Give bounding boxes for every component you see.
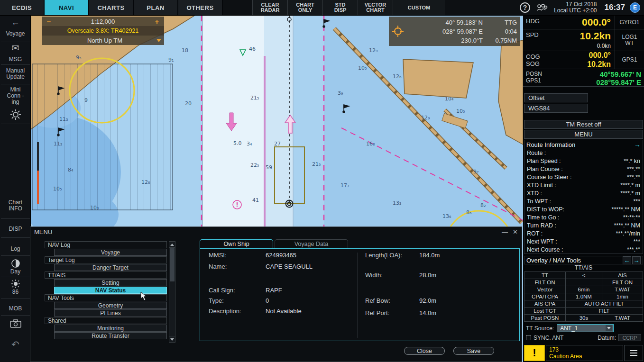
sidebar-item-manual-update[interactable]: Manual Update: [0, 68, 31, 80]
sync-ant-checkbox[interactable]: [526, 335, 531, 340]
depth-sounding: 12₆: [393, 73, 401, 80]
sidebar-item-day[interactable]: Day: [0, 269, 31, 275]
custom-line1: CUSTOM: [408, 5, 430, 10]
datetime-block: 17 Oct 2018 Local UTC +2:00: [554, 1, 597, 14]
overlay-nav-tools-panel: Overlay / NAV Tools ← → TT/AIS TT < AIS …: [524, 256, 643, 341]
route-info-arrow-icon[interactable]: →: [634, 141, 641, 148]
nav-item-voyage[interactable]: Voyage: [54, 249, 167, 256]
help-icon[interactable]: ?: [520, 2, 530, 13]
clock: 16:37: [602, 3, 625, 12]
ttg-label: TTG: [483, 18, 517, 27]
scroll-down-icon[interactable]: [169, 336, 175, 342]
group-icon[interactable]: [535, 2, 549, 13]
back-arrow-icon[interactable]: ←: [0, 19, 31, 26]
tab-others[interactable]: OTHERS: [178, 0, 223, 15]
minimize-icon[interactable]: —: [502, 228, 508, 235]
chart-only-button[interactable]: CHART ONLY: [287, 0, 322, 15]
close-button[interactable]: Close: [404, 347, 445, 355]
ttais-subtab[interactable]: TT/AIS: [524, 264, 643, 272]
offset-button[interactable]: Offset: [524, 93, 588, 102]
depth-sounding: 12₈: [141, 179, 150, 185]
scroll-up-icon[interactable]: [169, 242, 175, 248]
envelope-icon[interactable]: ✉: [0, 45, 31, 51]
nav-category-nav-log[interactable]: NAV Log: [45, 241, 167, 248]
depth-sounding: 11₃: [59, 116, 68, 122]
nav-item-danger-target[interactable]: Danger Target: [54, 264, 167, 271]
nav-category-nav-tools[interactable]: NAV Tools: [45, 294, 167, 301]
nav-item-route-transfer[interactable]: Route Transfer: [54, 332, 167, 339]
zoom-out-button[interactable]: −: [45, 18, 53, 26]
status-badge[interactable]: E: [630, 2, 640, 13]
tab-ecdis[interactable]: ECDIS: [0, 0, 45, 15]
tab-own-ship[interactable]: Own Ship: [200, 239, 273, 248]
tab-plan[interactable]: PLAN: [134, 0, 178, 15]
tt-source-select[interactable]: ANT_1: [557, 324, 614, 332]
tcpa-value-button[interactable]: 1min: [602, 293, 643, 300]
nav-item-pi-lines[interactable]: PI Lines: [54, 309, 167, 317]
route-row: Turn RAD :****.** NM: [524, 221, 643, 229]
sidebar-item-disp[interactable]: DISP: [0, 226, 31, 232]
past-posn-time-button[interactable]: 30s: [566, 315, 602, 321]
sidebar-item-log[interactable]: Log: [0, 246, 31, 252]
datum-label: Datum:: [598, 335, 616, 341]
nav-scrollbar[interactable]: [169, 241, 175, 343]
nav-category-shared[interactable]: Shared: [45, 317, 167, 324]
tm-reset-button[interactable]: TM Reset off: [524, 120, 643, 129]
gear-icon[interactable]: [0, 109, 31, 122]
datum-wgs84-box[interactable]: WGS84: [524, 104, 588, 113]
orientation-selector[interactable]: North Up TM: [42, 36, 164, 45]
nav-item-setting[interactable]: Setting: [54, 279, 167, 286]
zoom-in-button[interactable]: +: [153, 18, 161, 26]
tt-ais-toggle[interactable]: <: [566, 272, 602, 279]
nav-category-target-log[interactable]: Target Log: [45, 256, 167, 263]
alert-list-button[interactable]: [624, 345, 643, 361]
ais-cpa-mode-button[interactable]: AUTO ACT FILT: [566, 300, 643, 307]
route-row-value: ***: [633, 238, 640, 245]
nav-item-nav-status[interactable]: NAV Status: [54, 287, 167, 294]
depth-sounding: 11₂: [54, 141, 62, 147]
clear-radar-button[interactable]: CLEAR RADAR: [252, 0, 287, 15]
scroll-thumb[interactable]: [170, 248, 175, 281]
own-ship-panel: MMSI: 624993465 Name: CAPE SEAGULL Call …: [200, 248, 520, 341]
left-arrow-icon[interactable]: ←: [623, 256, 631, 264]
save-button[interactable]: Save: [453, 347, 494, 355]
tab-navi[interactable]: NAVI: [45, 0, 89, 15]
tab-voyage-data[interactable]: Voyage Data: [275, 239, 348, 248]
sidebar-item-mini-conning[interactable]: Mini Conn -ing: [0, 87, 31, 105]
route-row-value: ***.*°: [627, 174, 640, 181]
alert-text-box[interactable]: 173 Caution Area: [546, 345, 623, 361]
nav-category-tt-ais[interactable]: TT/AIS: [45, 272, 167, 279]
tab-charts[interactable]: CHARTS: [89, 0, 134, 15]
cpa-value-button[interactable]: 1.0NM: [566, 293, 602, 300]
sidebar-item-msg[interactable]: MSG: [0, 56, 31, 63]
vector-time-button[interactable]: 6min: [566, 286, 602, 293]
route-row-label: XTD :: [527, 190, 542, 197]
past-posn-ref-button[interactable]: T.WAT: [602, 315, 643, 321]
warning-icon[interactable]: !: [524, 345, 545, 361]
vector-ref-button[interactable]: T.WAT: [602, 286, 643, 293]
custom-button[interactable]: CUSTOM: [393, 0, 445, 15]
crosshair-icon: [392, 25, 404, 37]
lost-target-filter-button[interactable]: FILT: [566, 308, 643, 314]
vector-chart-button[interactable]: VECTOR CHART: [358, 0, 393, 15]
sidebar-item-mob[interactable]: MOB: [0, 306, 31, 312]
depth-sounding: 10₅: [456, 108, 465, 114]
menu-button[interactable]: MENU: [524, 130, 643, 139]
close-icon[interactable]: ✕: [513, 228, 518, 235]
tt-filter-button[interactable]: FILT ON: [524, 279, 565, 286]
route-row-value: *****.** NM: [612, 206, 640, 213]
sidebar-item-voyage[interactable]: Voyage: [0, 31, 31, 37]
std-disp-button[interactable]: STD DISP: [322, 0, 358, 15]
field-divider: [358, 253, 358, 338]
undo-icon[interactable]: ↶: [0, 342, 31, 348]
depth-sounding: 18: [182, 47, 188, 54]
camera-icon[interactable]: [0, 319, 31, 330]
sidebar-item-brilliance[interactable]: 86: [0, 289, 31, 295]
route-row: Course to Steer :***.*°: [524, 173, 643, 181]
sidebar-item-chart-info[interactable]: Chart INFO: [0, 199, 31, 212]
right-arrow-icon[interactable]: →: [632, 256, 641, 264]
nav-item-geometry[interactable]: Geometry: [54, 302, 167, 309]
ais-filter-button[interactable]: FILT ON: [602, 279, 643, 286]
depth-sounding: 3₄: [247, 141, 252, 147]
nav-item-monitoring[interactable]: Monitoring: [54, 325, 167, 332]
